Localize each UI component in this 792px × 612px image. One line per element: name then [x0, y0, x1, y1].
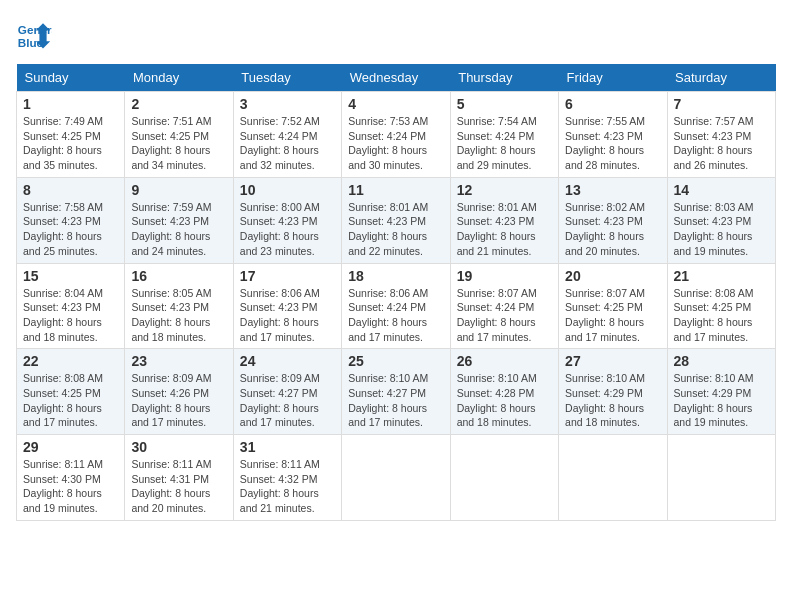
day-cell: 25Sunrise: 8:10 AMSunset: 4:27 PMDayligh… [342, 349, 450, 435]
day-cell: 10Sunrise: 8:00 AMSunset: 4:23 PMDayligh… [233, 177, 341, 263]
page-header: General Blue [16, 16, 776, 52]
day-cell: 31Sunrise: 8:11 AMSunset: 4:32 PMDayligh… [233, 435, 341, 521]
day-info: Sunrise: 7:49 AMSunset: 4:25 PMDaylight:… [23, 114, 118, 173]
day-cell: 27Sunrise: 8:10 AMSunset: 4:29 PMDayligh… [559, 349, 667, 435]
col-header-sunday: Sunday [17, 64, 125, 92]
calendar-header-row: SundayMondayTuesdayWednesdayThursdayFrid… [17, 64, 776, 92]
day-cell: 8Sunrise: 7:58 AMSunset: 4:23 PMDaylight… [17, 177, 125, 263]
day-number: 21 [674, 268, 769, 284]
day-number: 17 [240, 268, 335, 284]
day-info: Sunrise: 8:10 AMSunset: 4:29 PMDaylight:… [565, 371, 660, 430]
day-cell [559, 435, 667, 521]
day-number: 3 [240, 96, 335, 112]
day-number: 15 [23, 268, 118, 284]
day-info: Sunrise: 8:09 AMSunset: 4:26 PMDaylight:… [131, 371, 226, 430]
day-cell: 29Sunrise: 8:11 AMSunset: 4:30 PMDayligh… [17, 435, 125, 521]
day-number: 14 [674, 182, 769, 198]
day-info: Sunrise: 8:07 AMSunset: 4:25 PMDaylight:… [565, 286, 660, 345]
day-number: 9 [131, 182, 226, 198]
day-info: Sunrise: 8:11 AMSunset: 4:32 PMDaylight:… [240, 457, 335, 516]
day-number: 26 [457, 353, 552, 369]
col-header-tuesday: Tuesday [233, 64, 341, 92]
day-info: Sunrise: 8:11 AMSunset: 4:30 PMDaylight:… [23, 457, 118, 516]
day-number: 18 [348, 268, 443, 284]
day-info: Sunrise: 8:08 AMSunset: 4:25 PMDaylight:… [674, 286, 769, 345]
day-cell: 23Sunrise: 8:09 AMSunset: 4:26 PMDayligh… [125, 349, 233, 435]
day-number: 13 [565, 182, 660, 198]
day-cell: 7Sunrise: 7:57 AMSunset: 4:23 PMDaylight… [667, 92, 775, 178]
day-cell: 5Sunrise: 7:54 AMSunset: 4:24 PMDaylight… [450, 92, 558, 178]
col-header-friday: Friday [559, 64, 667, 92]
day-info: Sunrise: 8:08 AMSunset: 4:25 PMDaylight:… [23, 371, 118, 430]
day-number: 6 [565, 96, 660, 112]
day-info: Sunrise: 8:01 AMSunset: 4:23 PMDaylight:… [457, 200, 552, 259]
day-number: 5 [457, 96, 552, 112]
col-header-saturday: Saturday [667, 64, 775, 92]
day-cell: 2Sunrise: 7:51 AMSunset: 4:25 PMDaylight… [125, 92, 233, 178]
week-row-5: 29Sunrise: 8:11 AMSunset: 4:30 PMDayligh… [17, 435, 776, 521]
day-number: 16 [131, 268, 226, 284]
day-number: 25 [348, 353, 443, 369]
day-info: Sunrise: 8:10 AMSunset: 4:29 PMDaylight:… [674, 371, 769, 430]
day-number: 29 [23, 439, 118, 455]
day-info: Sunrise: 7:58 AMSunset: 4:23 PMDaylight:… [23, 200, 118, 259]
day-number: 19 [457, 268, 552, 284]
day-cell: 26Sunrise: 8:10 AMSunset: 4:28 PMDayligh… [450, 349, 558, 435]
week-row-4: 22Sunrise: 8:08 AMSunset: 4:25 PMDayligh… [17, 349, 776, 435]
day-info: Sunrise: 8:10 AMSunset: 4:27 PMDaylight:… [348, 371, 443, 430]
day-cell: 6Sunrise: 7:55 AMSunset: 4:23 PMDaylight… [559, 92, 667, 178]
day-info: Sunrise: 8:05 AMSunset: 4:23 PMDaylight:… [131, 286, 226, 345]
day-number: 7 [674, 96, 769, 112]
day-number: 23 [131, 353, 226, 369]
day-cell: 28Sunrise: 8:10 AMSunset: 4:29 PMDayligh… [667, 349, 775, 435]
day-number: 2 [131, 96, 226, 112]
day-cell: 15Sunrise: 8:04 AMSunset: 4:23 PMDayligh… [17, 263, 125, 349]
day-number: 28 [674, 353, 769, 369]
day-number: 24 [240, 353, 335, 369]
logo: General Blue [16, 16, 52, 52]
day-cell: 16Sunrise: 8:05 AMSunset: 4:23 PMDayligh… [125, 263, 233, 349]
day-cell: 1Sunrise: 7:49 AMSunset: 4:25 PMDaylight… [17, 92, 125, 178]
day-number: 12 [457, 182, 552, 198]
day-cell: 18Sunrise: 8:06 AMSunset: 4:24 PMDayligh… [342, 263, 450, 349]
day-number: 8 [23, 182, 118, 198]
day-cell: 3Sunrise: 7:52 AMSunset: 4:24 PMDaylight… [233, 92, 341, 178]
day-info: Sunrise: 8:02 AMSunset: 4:23 PMDaylight:… [565, 200, 660, 259]
day-cell: 21Sunrise: 8:08 AMSunset: 4:25 PMDayligh… [667, 263, 775, 349]
day-info: Sunrise: 8:04 AMSunset: 4:23 PMDaylight:… [23, 286, 118, 345]
day-number: 22 [23, 353, 118, 369]
day-cell: 4Sunrise: 7:53 AMSunset: 4:24 PMDaylight… [342, 92, 450, 178]
logo-icon: General Blue [16, 16, 52, 52]
day-cell: 24Sunrise: 8:09 AMSunset: 4:27 PMDayligh… [233, 349, 341, 435]
day-info: Sunrise: 8:06 AMSunset: 4:24 PMDaylight:… [348, 286, 443, 345]
day-number: 20 [565, 268, 660, 284]
day-cell: 12Sunrise: 8:01 AMSunset: 4:23 PMDayligh… [450, 177, 558, 263]
day-number: 31 [240, 439, 335, 455]
day-cell: 20Sunrise: 8:07 AMSunset: 4:25 PMDayligh… [559, 263, 667, 349]
day-info: Sunrise: 8:10 AMSunset: 4:28 PMDaylight:… [457, 371, 552, 430]
day-cell [667, 435, 775, 521]
day-info: Sunrise: 8:09 AMSunset: 4:27 PMDaylight:… [240, 371, 335, 430]
day-info: Sunrise: 8:06 AMSunset: 4:23 PMDaylight:… [240, 286, 335, 345]
day-cell: 11Sunrise: 8:01 AMSunset: 4:23 PMDayligh… [342, 177, 450, 263]
day-info: Sunrise: 7:53 AMSunset: 4:24 PMDaylight:… [348, 114, 443, 173]
calendar-table: SundayMondayTuesdayWednesdayThursdayFrid… [16, 64, 776, 521]
day-number: 27 [565, 353, 660, 369]
day-cell [342, 435, 450, 521]
day-number: 4 [348, 96, 443, 112]
day-number: 10 [240, 182, 335, 198]
col-header-thursday: Thursday [450, 64, 558, 92]
day-cell: 13Sunrise: 8:02 AMSunset: 4:23 PMDayligh… [559, 177, 667, 263]
day-number: 30 [131, 439, 226, 455]
day-cell: 30Sunrise: 8:11 AMSunset: 4:31 PMDayligh… [125, 435, 233, 521]
day-info: Sunrise: 7:59 AMSunset: 4:23 PMDaylight:… [131, 200, 226, 259]
week-row-1: 1Sunrise: 7:49 AMSunset: 4:25 PMDaylight… [17, 92, 776, 178]
day-number: 11 [348, 182, 443, 198]
week-row-3: 15Sunrise: 8:04 AMSunset: 4:23 PMDayligh… [17, 263, 776, 349]
day-info: Sunrise: 8:07 AMSunset: 4:24 PMDaylight:… [457, 286, 552, 345]
day-info: Sunrise: 8:03 AMSunset: 4:23 PMDaylight:… [674, 200, 769, 259]
day-info: Sunrise: 8:00 AMSunset: 4:23 PMDaylight:… [240, 200, 335, 259]
day-info: Sunrise: 7:51 AMSunset: 4:25 PMDaylight:… [131, 114, 226, 173]
day-info: Sunrise: 7:57 AMSunset: 4:23 PMDaylight:… [674, 114, 769, 173]
day-info: Sunrise: 8:01 AMSunset: 4:23 PMDaylight:… [348, 200, 443, 259]
